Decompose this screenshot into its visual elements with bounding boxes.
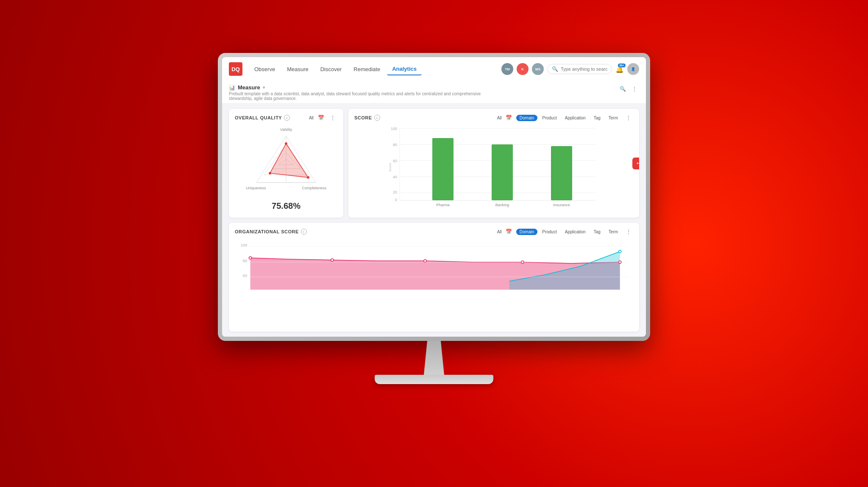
app-logo: DQ <box>229 62 242 76</box>
notification-bell[interactable]: 🔔 99+ <box>615 65 624 73</box>
monitor-base <box>375 375 493 384</box>
score-controls: All 📅 Domain Product Application Tag Ter… <box>497 113 633 122</box>
svg-point-38 <box>424 260 426 262</box>
svg-point-41 <box>619 250 621 253</box>
svg-text:80: 80 <box>393 143 397 147</box>
org-score-controls: All 📅 Domain Product Application Tag Ter… <box>497 227 633 236</box>
org-score-header: ORGANIZATIONAL SCORE i All 📅 Domain Prod… <box>229 223 639 239</box>
org-tab-product[interactable]: Product <box>539 229 560 235</box>
breadcrumb-description: Prebuilt template with a data scientist,… <box>229 91 483 101</box>
breadcrumb-title: 📊 Measure ▾ <box>229 84 483 91</box>
nav-observe[interactable]: Observe <box>249 64 280 75</box>
score-body: 100 80 60 40 20 0 Score <box>348 125 639 218</box>
svg-text:Pharma: Pharma <box>436 203 450 207</box>
search-icon: 🔍 <box>552 66 558 72</box>
overall-quality-info-icon[interactable]: i <box>284 115 290 121</box>
overall-quality-controls: All 📅 ⋮ <box>309 113 337 122</box>
score-bar-chart: 100 80 60 40 20 0 Score <box>354 125 633 208</box>
nav-items: Observe Measure Discover Remediate Analy… <box>249 63 500 75</box>
svg-point-36 <box>249 257 251 259</box>
score-header: SCORE i All 📅 Domain Product App <box>348 109 639 125</box>
top-cards-row: OVERALL QUALITY i All 📅 ⋮ <box>229 109 639 218</box>
svg-rect-26 <box>432 138 453 200</box>
calendar-icon[interactable]: 📅 <box>316 113 326 122</box>
organizational-score-card: ORGANIZATIONAL SCORE i All 📅 Domain Prod… <box>229 223 639 332</box>
svg-point-10 <box>269 172 271 174</box>
avatar-ms: MS <box>532 63 544 75</box>
svg-point-9 <box>307 176 309 179</box>
score-title: SCORE i <box>354 115 380 121</box>
overall-quality-header: OVERALL QUALITY i All 📅 ⋮ <box>229 109 343 125</box>
breadcrumb-label: Measure <box>238 84 260 91</box>
org-tab-application[interactable]: Application <box>562 229 589 235</box>
svg-text:Score: Score <box>388 163 392 172</box>
quality-percentage: 75.68% <box>272 201 300 211</box>
more-options-button[interactable]: ⋮ <box>630 84 639 94</box>
svg-text:60: 60 <box>393 159 397 163</box>
avatar-k: K <box>517 63 529 75</box>
help-icon: ↩ <box>637 160 640 166</box>
nav-analytics[interactable]: Analytics <box>387 63 422 75</box>
radar-chart: Validity Uniqueness Completeness <box>244 127 328 199</box>
org-score-info-icon[interactable]: i <box>301 229 307 235</box>
score-tab-domain[interactable]: Domain <box>516 115 537 121</box>
svg-rect-28 <box>492 144 513 200</box>
nav-measure[interactable]: Measure <box>282 64 314 75</box>
svg-marker-7 <box>270 144 308 177</box>
score-tab-application[interactable]: Application <box>562 115 589 121</box>
score-tab-term[interactable]: Term <box>605 115 621 121</box>
org-all-label[interactable]: All <box>497 230 502 234</box>
svg-text:100: 100 <box>241 243 248 247</box>
score-info-icon[interactable]: i <box>374 115 380 121</box>
nav-right-section: TM K MS 🔍 🔔 99+ 👤 <box>501 63 639 75</box>
measure-icon: 📊 <box>229 85 235 91</box>
monitor-neck <box>417 341 451 375</box>
org-tab-domain[interactable]: Domain <box>516 229 537 235</box>
svg-text:60: 60 <box>243 274 247 278</box>
svg-point-8 <box>285 142 287 145</box>
org-tab-term[interactable]: Term <box>605 229 621 235</box>
overall-quality-more[interactable]: ⋮ <box>328 113 337 122</box>
search-input[interactable] <box>561 66 607 72</box>
svg-text:Insurance: Insurance <box>553 203 570 207</box>
svg-text:80: 80 <box>243 259 247 263</box>
svg-text:0: 0 <box>395 198 397 202</box>
score-more[interactable]: ⋮ <box>624 113 633 122</box>
notification-count: 99+ <box>618 64 626 67</box>
help-button[interactable]: ↩ <box>632 158 639 169</box>
org-score-body: 100 80 60 <box>229 239 639 332</box>
top-navigation: DQ Observe Measure Discover Remediate An… <box>222 57 646 81</box>
avatar-tm: TM <box>501 63 513 75</box>
org-score-more[interactable]: ⋮ <box>624 227 633 236</box>
completeness-label: Completeness <box>302 186 326 190</box>
score-calendar-icon[interactable]: 📅 <box>504 113 514 122</box>
score-all-label[interactable]: All <box>497 116 502 120</box>
cards-grid: OVERALL QUALITY i All 📅 ⋮ <box>222 104 646 337</box>
svg-rect-31 <box>551 146 572 200</box>
org-tab-tag[interactable]: Tag <box>590 229 604 235</box>
svg-text:40: 40 <box>393 175 397 179</box>
score-tab-tag[interactable]: Tag <box>590 115 604 121</box>
breadcrumb-actions: 🔍 ⋮ <box>618 84 639 94</box>
nav-remediate[interactable]: Remediate <box>348 64 385 75</box>
user-avatar[interactable]: 👤 <box>627 63 639 75</box>
overall-quality-all[interactable]: All <box>309 116 314 120</box>
overall-quality-card: OVERALL QUALITY i All 📅 ⋮ <box>229 109 343 218</box>
overall-quality-title: OVERALL QUALITY i <box>235 115 290 121</box>
score-tab-product[interactable]: Product <box>539 115 560 121</box>
uniqueness-label: Uniqueness <box>246 186 266 190</box>
svg-text:20: 20 <box>393 190 397 194</box>
org-score-title: ORGANIZATIONAL SCORE i <box>235 229 307 235</box>
score-filter-tabs: Domain Product Application Tag Term <box>516 115 621 121</box>
score-card: SCORE i All 📅 Domain Product App <box>348 109 639 218</box>
nav-discover[interactable]: Discover <box>315 64 347 75</box>
chevron-down-icon[interactable]: ▾ <box>263 85 265 90</box>
search-box[interactable]: 🔍 <box>547 64 612 74</box>
overall-quality-body: Validity Uniqueness Completeness <box>229 125 343 218</box>
breadcrumb-bar: 📊 Measure ▾ Prebuilt template with a dat… <box>222 81 646 104</box>
content-area: 📊 Measure ▾ Prebuilt template with a dat… <box>222 81 646 337</box>
svg-point-37 <box>331 259 334 261</box>
org-score-chart: 100 80 60 <box>235 239 633 294</box>
search-button[interactable]: 🔍 <box>618 84 627 94</box>
org-calendar-icon[interactable]: 📅 <box>504 227 514 236</box>
